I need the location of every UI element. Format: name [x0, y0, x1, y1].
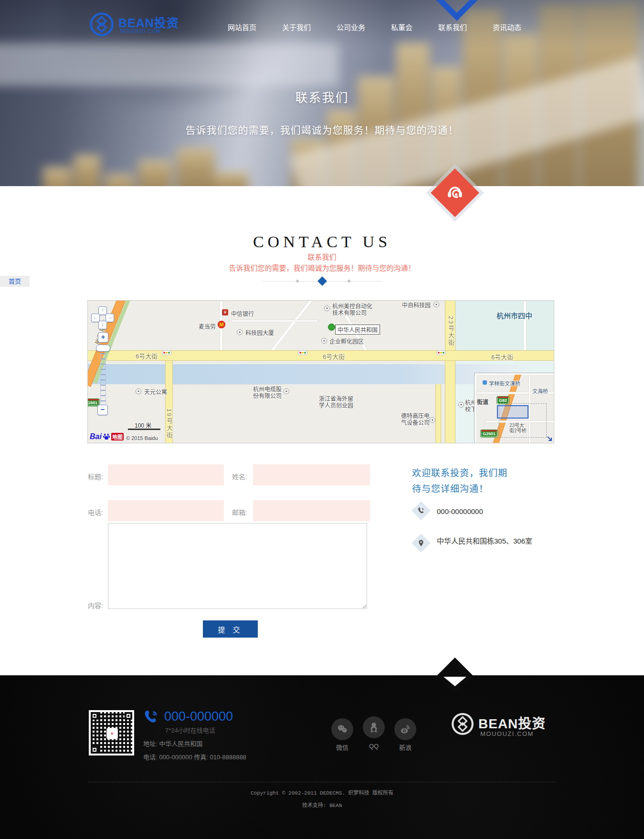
map-zoom-slider-track[interactable]	[100, 353, 106, 404]
footer-phone-icon	[142, 709, 159, 728]
contact-address-badge	[412, 534, 431, 553]
footer-support: 技术支持: BEAN	[0, 801, 644, 808]
email-input[interactable]	[253, 500, 370, 521]
baidu-logo[interactable]: Bai 地图	[90, 432, 124, 441]
poi-icon	[458, 402, 464, 408]
map-street	[523, 301, 527, 351]
inset-bridge-top-label: 学林街文津桥	[489, 379, 520, 387]
poi-icon	[430, 417, 435, 423]
hero-subtitle: 告诉我们您的需要，我们竭诚为您服务！期待与您的沟通！	[0, 122, 644, 136]
map-marker[interactable]	[328, 324, 335, 331]
nav-item-business[interactable]: 公司业务	[337, 22, 365, 32]
footer-hotline-number: 000-000000	[164, 709, 233, 724]
title-input[interactable]	[108, 464, 224, 485]
map-road-6	[88, 350, 554, 361]
content-textarea[interactable]	[108, 523, 367, 609]
wechat-icon	[336, 723, 348, 735]
footer-logo-domain: MOUOUZI.COM	[480, 730, 534, 737]
phone-input[interactable]	[108, 500, 224, 521]
footer-divider	[88, 782, 556, 782]
map-road6-label: 6号大街	[491, 352, 513, 361]
form-phone-label: 电话:	[88, 507, 103, 517]
poi-icon	[284, 388, 289, 394]
brand-logo-name[interactable]: BEAN投资	[118, 13, 179, 31]
inset-shield-g92: G92	[497, 397, 509, 404]
footer-decor-triangle	[443, 677, 466, 686]
inset-shield-g2501: G2501	[481, 430, 497, 437]
contact-welcome-line2: 待与您详细沟通！	[412, 482, 488, 494]
map-pan-down-button[interactable]: ↓	[98, 321, 107, 329]
baidu-paw-icon	[103, 433, 110, 440]
social-wechat-label: 微信	[331, 743, 353, 752]
poi-bank: 中信银行	[231, 309, 254, 317]
inset-bridge-b2: 街2号桥	[509, 427, 527, 434]
qr-center-logo: B	[106, 728, 118, 739]
hero-banner: BEAN投资 MOUOUZI.COM 网站首页 关于我们 公司业务 私董会 联系…	[0, 0, 644, 186]
traffic-light-icon	[436, 350, 446, 355]
map-zoom-slider-handle[interactable]	[96, 345, 110, 352]
map-road6-label: 6号大街	[323, 352, 345, 361]
hero-title: 联系我们	[0, 88, 644, 105]
qr-finder	[91, 746, 98, 754]
map-road-23b	[435, 384, 441, 443]
section-description: 告诉我们您的需要，我们竭诚为您服务！期待与您的沟通！	[0, 262, 644, 273]
submit-button[interactable]: 提 交	[203, 620, 258, 638]
nav-item-home[interactable]: 网站首页	[228, 22, 256, 32]
qr-finder	[91, 712, 98, 720]
poi-tianyuan: 天元公寓	[144, 388, 167, 396]
nav-item-news[interactable]: 资讯动态	[493, 22, 521, 32]
poi-incubator: 企业孵化园区	[329, 337, 364, 345]
footer-hotline-note: 7*24小时在线电话	[165, 725, 215, 734]
breadcrumb-home[interactable]: 首页	[0, 276, 30, 287]
map-scale-label: 100 米	[135, 421, 151, 429]
map-zoom-in-button[interactable]: +	[98, 332, 108, 343]
traffic-light-icon	[162, 350, 171, 355]
page: BEAN投资 MOUOUZI.COM 网站首页 关于我们 公司业务 私董会 联系…	[0, 0, 644, 839]
inset-viewport-rect[interactable]	[497, 405, 528, 419]
map-school-zone	[454, 301, 554, 350]
poi-icon	[237, 329, 243, 335]
inset-street-label: 街道	[477, 398, 488, 406]
map-road19-label: 19号大街	[165, 409, 174, 439]
social-qq-label: QQ	[363, 743, 385, 750]
map-road6-label: 6号大街	[136, 351, 158, 360]
map-inset-overview[interactable]: 学林街文津桥 文海桥 街道 G92 23号大 街2号桥 G2501	[475, 373, 554, 443]
nav-item-board[interactable]: 私董会	[391, 22, 412, 32]
social-wechat-button[interactable]	[331, 718, 353, 740]
poi-mcdonalds: 麦当劳	[199, 322, 216, 330]
social-weibo-label: 新浪	[394, 743, 416, 752]
footer-copyright: Copyright © 2002-2011 DEDECMS. 织梦科技 版权所有	[0, 788, 644, 796]
social-qq-button[interactable]	[363, 716, 385, 738]
footer	[0, 675, 644, 839]
inset-resize-handle[interactable]	[547, 436, 553, 443]
map-zoom-out-button[interactable]: −	[97, 405, 108, 415]
divider-diamond-icon	[317, 276, 327, 286]
map-scale-bar	[128, 429, 160, 430]
knot-logo-icon	[89, 11, 115, 37]
contact-phone-number: 000-00000000	[437, 507, 483, 515]
bank-poi-icon: ¥	[222, 309, 228, 315]
divider-dot	[296, 280, 299, 283]
footer-logo-name: BEAN投资	[478, 713, 546, 732]
poi-icon	[321, 338, 327, 344]
social-weibo-button[interactable]	[394, 718, 416, 740]
qr-code: B	[89, 710, 134, 755]
name-input[interactable]	[253, 464, 370, 485]
footer-logo-icon	[451, 712, 475, 736]
contact-phone-badge	[412, 501, 431, 520]
mcdonalds-poi-icon: M	[218, 321, 225, 328]
contact-address-text: 中华人民共和国栋305、306室	[437, 535, 532, 545]
nav-item-contact[interactable]: 联系我们	[438, 22, 467, 32]
qq-icon	[368, 721, 380, 734]
section-title-cn: 联系我们	[0, 252, 644, 262]
poi-icon	[324, 305, 330, 311]
phone-icon	[417, 507, 425, 515]
qr-finder	[125, 712, 132, 720]
brand-logo-icon[interactable]	[89, 11, 115, 37]
baidu-map[interactable]: 沪昆高速 G501 6号大街 6号大街 6号大街 23号大街 19号大街 杭州市…	[88, 301, 554, 443]
nav-item-about[interactable]: 关于我们	[282, 22, 311, 32]
divider-dot	[348, 280, 350, 283]
location-pin-icon	[417, 539, 425, 547]
form-content-label: 内容:	[88, 600, 103, 610]
map-pan-right-button[interactable]: →	[106, 314, 114, 322]
